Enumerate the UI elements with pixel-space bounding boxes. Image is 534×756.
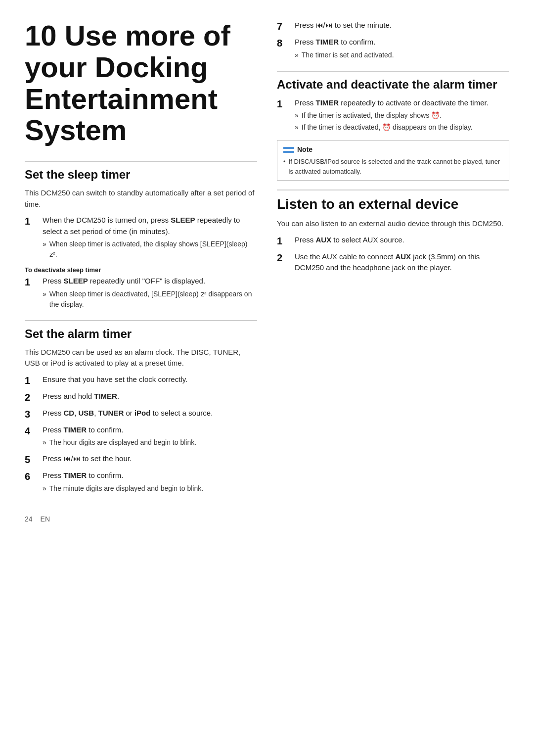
step-item: 7 Press ⏮/⏭ to set the minute. [277, 20, 509, 33]
sub-bullet-item: If the timer is activated, the display s… [295, 110, 509, 121]
sub-bullets: The hour digits are displayed and begin … [43, 437, 257, 448]
sub-bullet-item: The timer is set and activated. [295, 50, 509, 60]
sub-bullets: If the timer is activated, the display s… [295, 110, 509, 133]
note-header: Note [283, 144, 503, 155]
external-rule [277, 189, 509, 190]
external-steps: 1 Press AUX to select AUX source. 2 Use … [277, 235, 509, 274]
alarm-timer-intro: This DCM250 can be used as an alarm cloc… [25, 347, 257, 369]
sleep-timer-heading: Set the sleep timer [25, 168, 257, 182]
step-item: 6 Press TIMER to confirm. The minute dig… [25, 470, 257, 495]
sub-bullets: When sleep timer is deactivated, [SLEEP]… [43, 289, 257, 310]
deactivate-steps: 1 Press SLEEP repeatedly until "OFF" is … [25, 276, 257, 311]
step-item: 2 Press and hold TIMER. [25, 391, 257, 404]
chapter-number: 10 [25, 19, 57, 51]
note-icon [283, 146, 294, 154]
sub-bullet-item: The minute digits are displayed and begi… [43, 483, 257, 494]
left-column: 10 Use more ofyour DockingEntertainmentS… [25, 20, 257, 523]
alarm-timer-continued-steps: 7 Press ⏮/⏭ to set the minute. 8 Press T… [277, 20, 509, 62]
alarm-timer-rule [25, 320, 257, 321]
note-text: If DISC/USB/iPod source is selected and … [283, 157, 503, 176]
step-sub-bullets: When sleep timer is activated, the displ… [43, 239, 257, 260]
sleep-timer-intro: This DCM250 can switch to standby automa… [25, 188, 257, 210]
note-box: Note If DISC/USB/iPod source is selected… [277, 140, 509, 181]
deactivate-label: To deactivate sleep timer [25, 266, 257, 274]
step-item: 1 When the DCM250 is turned on, press SL… [25, 215, 257, 261]
main-title: 10 Use more ofyour DockingEntertainmentS… [25, 20, 257, 146]
right-column: 7 Press ⏮/⏭ to set the minute. 8 Press T… [277, 20, 509, 523]
external-intro: You can also listen to an external audio… [277, 218, 509, 230]
activate-heading: Activate and deactivate the alarm timer [277, 78, 509, 92]
step-item: 8 Press TIMER to confirm. The timer is s… [277, 37, 509, 62]
step-item: 1 Press TIMER repeatedly to activate or … [277, 97, 509, 135]
page-lang: EN [41, 515, 50, 523]
sub-bullet-item: The hour digits are displayed and begin … [43, 437, 257, 448]
sleep-timer-steps: 1 When the DCM250 is turned on, press SL… [25, 215, 257, 261]
sleep-timer-rule [25, 161, 257, 162]
step-item: 5 Press ⏮/⏭ to set the hour. [25, 453, 257, 466]
step-item: 1 Press AUX to select AUX source. [277, 235, 509, 247]
step-item: 4 Press TIMER to confirm. The hour digit… [25, 425, 257, 450]
sub-bullet-item: When sleep timer is activated, the displ… [43, 239, 257, 260]
step-item: 3 Press CD, USB, TUNER or iPod to select… [25, 408, 257, 421]
activate-rule [277, 71, 509, 72]
activate-steps: 1 Press TIMER repeatedly to activate or … [277, 97, 509, 135]
sub-bullet-item: If the timer is deactivated, ⏰ disappear… [295, 122, 509, 133]
page-footer: 24 EN [25, 515, 257, 523]
note-label: Note [297, 144, 312, 155]
sub-bullets: The timer is set and activated. [295, 50, 509, 60]
sub-bullet-item: When sleep timer is deactivated, [SLEEP]… [43, 289, 257, 310]
alarm-timer-heading: Set the alarm timer [25, 327, 257, 341]
step-item: 2 Use the AUX cable to connect AUX jack … [277, 251, 509, 274]
step-item: 1 Ensure that you have set the clock cor… [25, 374, 257, 387]
sub-bullets: The minute digits are displayed and begi… [43, 483, 257, 494]
page-number: 24 [25, 515, 33, 523]
step-item: 1 Press SLEEP repeatedly until "OFF" is … [25, 276, 257, 311]
alarm-timer-steps: 1 Ensure that you have set the clock cor… [25, 374, 257, 495]
external-heading: Listen to an external device [277, 196, 509, 212]
